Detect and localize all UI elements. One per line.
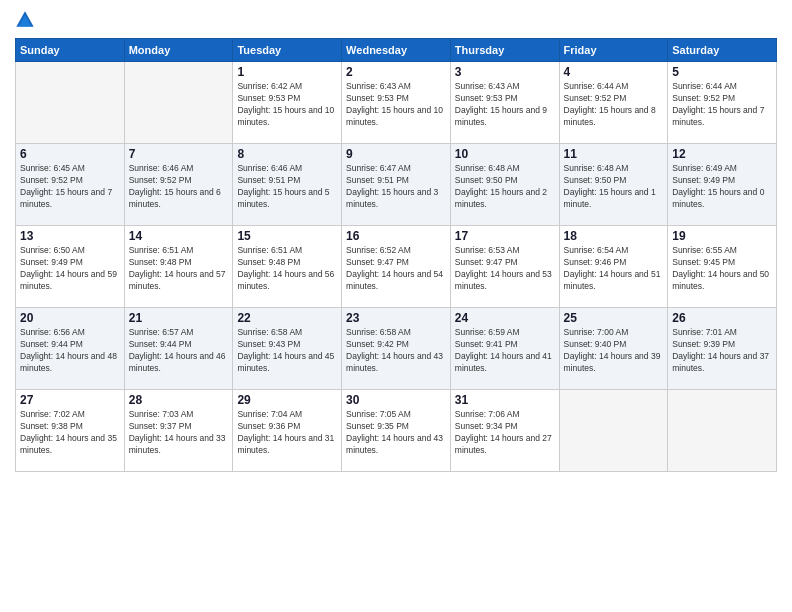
day-number: 8: [237, 147, 337, 161]
day-number: 7: [129, 147, 229, 161]
day-info: Sunrise: 6:48 AMSunset: 9:50 PMDaylight:…: [564, 163, 664, 211]
calendar-cell: 4Sunrise: 6:44 AMSunset: 9:52 PMDaylight…: [559, 62, 668, 144]
calendar-cell: 1Sunrise: 6:42 AMSunset: 9:53 PMDaylight…: [233, 62, 342, 144]
logo: [15, 10, 39, 30]
day-info: Sunrise: 6:58 AMSunset: 9:43 PMDaylight:…: [237, 327, 337, 375]
calendar-cell: 10Sunrise: 6:48 AMSunset: 9:50 PMDayligh…: [450, 144, 559, 226]
calendar-cell: 24Sunrise: 6:59 AMSunset: 9:41 PMDayligh…: [450, 308, 559, 390]
day-number: 6: [20, 147, 120, 161]
weekday-header: Monday: [124, 39, 233, 62]
day-info: Sunrise: 7:06 AMSunset: 9:34 PMDaylight:…: [455, 409, 555, 457]
day-info: Sunrise: 6:46 AMSunset: 9:52 PMDaylight:…: [129, 163, 229, 211]
logo-icon: [15, 10, 35, 30]
calendar-cell: 28Sunrise: 7:03 AMSunset: 9:37 PMDayligh…: [124, 390, 233, 472]
day-info: Sunrise: 6:53 AMSunset: 9:47 PMDaylight:…: [455, 245, 555, 293]
calendar-cell: 13Sunrise: 6:50 AMSunset: 9:49 PMDayligh…: [16, 226, 125, 308]
day-info: Sunrise: 6:59 AMSunset: 9:41 PMDaylight:…: [455, 327, 555, 375]
day-number: 21: [129, 311, 229, 325]
calendar-cell: 12Sunrise: 6:49 AMSunset: 9:49 PMDayligh…: [668, 144, 777, 226]
calendar-week-row: 6Sunrise: 6:45 AMSunset: 9:52 PMDaylight…: [16, 144, 777, 226]
calendar-cell: 11Sunrise: 6:48 AMSunset: 9:50 PMDayligh…: [559, 144, 668, 226]
calendar-cell: 23Sunrise: 6:58 AMSunset: 9:42 PMDayligh…: [342, 308, 451, 390]
calendar-cell: 25Sunrise: 7:00 AMSunset: 9:40 PMDayligh…: [559, 308, 668, 390]
calendar-cell: 27Sunrise: 7:02 AMSunset: 9:38 PMDayligh…: [16, 390, 125, 472]
day-number: 5: [672, 65, 772, 79]
day-number: 29: [237, 393, 337, 407]
day-number: 16: [346, 229, 446, 243]
calendar-week-row: 13Sunrise: 6:50 AMSunset: 9:49 PMDayligh…: [16, 226, 777, 308]
day-number: 19: [672, 229, 772, 243]
calendar-cell: 30Sunrise: 7:05 AMSunset: 9:35 PMDayligh…: [342, 390, 451, 472]
calendar-cell: 3Sunrise: 6:43 AMSunset: 9:53 PMDaylight…: [450, 62, 559, 144]
weekday-header: Thursday: [450, 39, 559, 62]
day-number: 30: [346, 393, 446, 407]
calendar-cell: 8Sunrise: 6:46 AMSunset: 9:51 PMDaylight…: [233, 144, 342, 226]
calendar-cell: [16, 62, 125, 144]
day-info: Sunrise: 6:57 AMSunset: 9:44 PMDaylight:…: [129, 327, 229, 375]
header: [15, 10, 777, 30]
calendar-week-row: 27Sunrise: 7:02 AMSunset: 9:38 PMDayligh…: [16, 390, 777, 472]
calendar-cell: 21Sunrise: 6:57 AMSunset: 9:44 PMDayligh…: [124, 308, 233, 390]
day-info: Sunrise: 6:58 AMSunset: 9:42 PMDaylight:…: [346, 327, 446, 375]
calendar-cell: 6Sunrise: 6:45 AMSunset: 9:52 PMDaylight…: [16, 144, 125, 226]
page: SundayMondayTuesdayWednesdayThursdayFrid…: [0, 0, 792, 612]
weekday-header: Saturday: [668, 39, 777, 62]
calendar-cell: [559, 390, 668, 472]
day-number: 17: [455, 229, 555, 243]
day-number: 4: [564, 65, 664, 79]
day-info: Sunrise: 6:45 AMSunset: 9:52 PMDaylight:…: [20, 163, 120, 211]
weekday-header-row: SundayMondayTuesdayWednesdayThursdayFrid…: [16, 39, 777, 62]
day-number: 23: [346, 311, 446, 325]
day-info: Sunrise: 6:50 AMSunset: 9:49 PMDaylight:…: [20, 245, 120, 293]
day-info: Sunrise: 6:42 AMSunset: 9:53 PMDaylight:…: [237, 81, 337, 129]
day-number: 2: [346, 65, 446, 79]
day-info: Sunrise: 6:51 AMSunset: 9:48 PMDaylight:…: [129, 245, 229, 293]
calendar-cell: 18Sunrise: 6:54 AMSunset: 9:46 PMDayligh…: [559, 226, 668, 308]
day-number: 12: [672, 147, 772, 161]
day-info: Sunrise: 6:52 AMSunset: 9:47 PMDaylight:…: [346, 245, 446, 293]
day-info: Sunrise: 6:48 AMSunset: 9:50 PMDaylight:…: [455, 163, 555, 211]
day-number: 20: [20, 311, 120, 325]
day-number: 31: [455, 393, 555, 407]
day-info: Sunrise: 6:46 AMSunset: 9:51 PMDaylight:…: [237, 163, 337, 211]
day-info: Sunrise: 7:00 AMSunset: 9:40 PMDaylight:…: [564, 327, 664, 375]
day-number: 26: [672, 311, 772, 325]
day-number: 27: [20, 393, 120, 407]
day-info: Sunrise: 6:43 AMSunset: 9:53 PMDaylight:…: [346, 81, 446, 129]
day-info: Sunrise: 6:54 AMSunset: 9:46 PMDaylight:…: [564, 245, 664, 293]
day-info: Sunrise: 7:01 AMSunset: 9:39 PMDaylight:…: [672, 327, 772, 375]
day-info: Sunrise: 7:05 AMSunset: 9:35 PMDaylight:…: [346, 409, 446, 457]
day-info: Sunrise: 6:51 AMSunset: 9:48 PMDaylight:…: [237, 245, 337, 293]
day-number: 13: [20, 229, 120, 243]
calendar-cell: [124, 62, 233, 144]
weekday-header: Wednesday: [342, 39, 451, 62]
calendar-cell: 22Sunrise: 6:58 AMSunset: 9:43 PMDayligh…: [233, 308, 342, 390]
calendar-cell: 9Sunrise: 6:47 AMSunset: 9:51 PMDaylight…: [342, 144, 451, 226]
day-number: 1: [237, 65, 337, 79]
day-info: Sunrise: 6:44 AMSunset: 9:52 PMDaylight:…: [672, 81, 772, 129]
calendar: SundayMondayTuesdayWednesdayThursdayFrid…: [15, 38, 777, 472]
day-number: 24: [455, 311, 555, 325]
weekday-header: Tuesday: [233, 39, 342, 62]
day-info: Sunrise: 7:03 AMSunset: 9:37 PMDaylight:…: [129, 409, 229, 457]
calendar-cell: 15Sunrise: 6:51 AMSunset: 9:48 PMDayligh…: [233, 226, 342, 308]
calendar-week-row: 20Sunrise: 6:56 AMSunset: 9:44 PMDayligh…: [16, 308, 777, 390]
calendar-cell: 29Sunrise: 7:04 AMSunset: 9:36 PMDayligh…: [233, 390, 342, 472]
calendar-cell: 31Sunrise: 7:06 AMSunset: 9:34 PMDayligh…: [450, 390, 559, 472]
day-info: Sunrise: 7:04 AMSunset: 9:36 PMDaylight:…: [237, 409, 337, 457]
weekday-header: Sunday: [16, 39, 125, 62]
day-number: 9: [346, 147, 446, 161]
weekday-header: Friday: [559, 39, 668, 62]
day-info: Sunrise: 6:55 AMSunset: 9:45 PMDaylight:…: [672, 245, 772, 293]
day-number: 28: [129, 393, 229, 407]
calendar-cell: 20Sunrise: 6:56 AMSunset: 9:44 PMDayligh…: [16, 308, 125, 390]
day-number: 25: [564, 311, 664, 325]
calendar-cell: [668, 390, 777, 472]
calendar-cell: 5Sunrise: 6:44 AMSunset: 9:52 PMDaylight…: [668, 62, 777, 144]
day-info: Sunrise: 6:49 AMSunset: 9:49 PMDaylight:…: [672, 163, 772, 211]
calendar-cell: 2Sunrise: 6:43 AMSunset: 9:53 PMDaylight…: [342, 62, 451, 144]
calendar-cell: 19Sunrise: 6:55 AMSunset: 9:45 PMDayligh…: [668, 226, 777, 308]
day-number: 15: [237, 229, 337, 243]
calendar-cell: 17Sunrise: 6:53 AMSunset: 9:47 PMDayligh…: [450, 226, 559, 308]
calendar-week-row: 1Sunrise: 6:42 AMSunset: 9:53 PMDaylight…: [16, 62, 777, 144]
